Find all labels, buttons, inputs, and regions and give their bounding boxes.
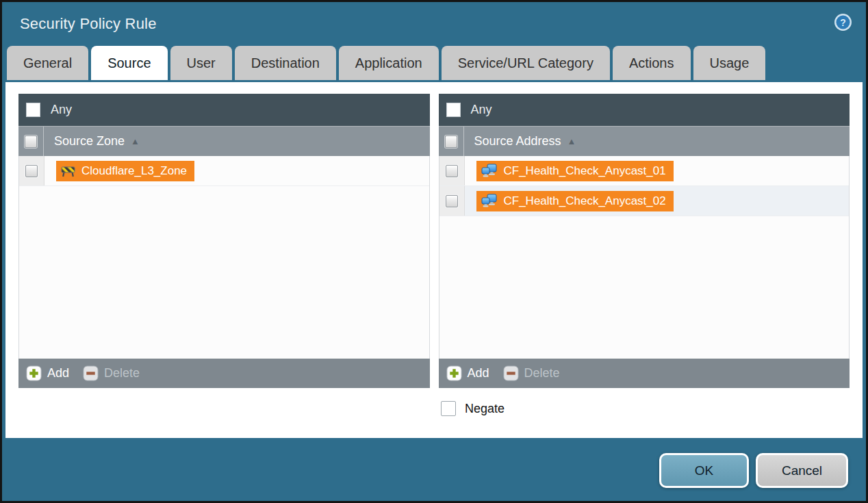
- add-button[interactable]: Add: [26, 365, 69, 381]
- zone-icon: [61, 164, 75, 177]
- row-checkbox-cell: [439, 186, 465, 216]
- any-label: Any: [51, 103, 72, 117]
- address-chip[interactable]: CF_Health_Check_Anycast_01: [476, 161, 674, 181]
- help-icon[interactable]: ?: [834, 13, 852, 31]
- column-header[interactable]: Source Address ▲: [439, 126, 850, 156]
- row-label: CF_Health_Check_Anycast_02: [504, 194, 666, 208]
- tab-destination[interactable]: Destination: [235, 46, 336, 80]
- add-label: Add: [468, 366, 489, 381]
- zone-chip[interactable]: Cloudflare_L3_Zone: [56, 161, 194, 181]
- address-icon: [481, 164, 498, 178]
- any-header: Any: [439, 94, 850, 126]
- panels-container: Any Source Zone ▲ Cloudflare_L3_Zone: [18, 94, 850, 388]
- address-chip[interactable]: CF_Health_Check_Anycast_02: [476, 191, 674, 211]
- tab-application[interactable]: Application: [339, 46, 439, 80]
- minus-icon: [503, 365, 519, 381]
- any-label: Any: [471, 103, 492, 117]
- sort-ascending-icon: ▲: [131, 136, 140, 146]
- delete-label: Delete: [524, 366, 560, 381]
- minus-icon: [83, 365, 99, 381]
- add-button[interactable]: Add: [446, 365, 489, 381]
- negate-label: Negate: [465, 402, 505, 416]
- row-checkbox-cell: [439, 156, 465, 185]
- cancel-button[interactable]: Cancel: [756, 453, 848, 488]
- column-header[interactable]: Source Zone ▲: [18, 126, 430, 156]
- plus-icon: [26, 365, 42, 381]
- select-all-checkbox[interactable]: [445, 136, 457, 148]
- panel-toolbar: Add Delete: [439, 359, 850, 388]
- add-label: Add: [47, 366, 69, 381]
- any-header: Any: [18, 94, 430, 126]
- column-header-label: Source Address: [474, 134, 561, 149]
- tab-user[interactable]: User: [170, 46, 232, 80]
- delete-label: Delete: [104, 366, 140, 381]
- select-all-checkbox[interactable]: [25, 136, 37, 148]
- source-address-panel: Any Source Address ▲ CF_Health_Check_Any…: [439, 94, 850, 388]
- security-policy-rule-dialog: Security Policy Rule ? GeneralSourceUser…: [0, 0, 868, 503]
- row-checkbox[interactable]: [446, 195, 458, 207]
- dialog-titlebar: Security Policy Rule ?: [2, 2, 866, 46]
- row-label: Cloudflare_L3_Zone: [81, 164, 187, 178]
- column-header-label: Source Zone: [54, 134, 125, 149]
- negate-row: Negate: [441, 401, 863, 416]
- plus-icon: [446, 365, 462, 381]
- any-checkbox[interactable]: [26, 103, 40, 117]
- source-tab-content: Any Source Zone ▲ Cloudflare_L3_Zone: [5, 82, 863, 438]
- any-checkbox[interactable]: [446, 103, 461, 117]
- row-label: CF_Health_Check_Anycast_01: [504, 164, 666, 178]
- dialog-title: Security Policy Rule: [20, 15, 157, 33]
- row-list: Cloudflare_L3_Zone: [18, 156, 430, 359]
- row-checkbox-cell: [19, 156, 44, 185]
- tab-actions[interactable]: Actions: [613, 46, 691, 80]
- tab-service-url-category[interactable]: Service/URL Category: [442, 46, 610, 80]
- tab-general[interactable]: General: [7, 46, 88, 80]
- svg-text:?: ?: [840, 16, 846, 27]
- row-list: CF_Health_Check_Anycast_01 CF_Health_Che…: [439, 156, 850, 359]
- sort-ascending-icon: ▲: [567, 136, 576, 146]
- select-all-cell: [18, 127, 44, 156]
- source-zone-panel: Any Source Zone ▲ Cloudflare_L3_Zone: [18, 94, 430, 388]
- tab-usage[interactable]: Usage: [693, 46, 766, 80]
- negate-checkbox[interactable]: [441, 401, 456, 416]
- tab-source[interactable]: Source: [91, 46, 167, 80]
- panel-toolbar: Add Delete: [18, 359, 430, 388]
- delete-button[interactable]: Delete: [83, 365, 140, 381]
- table-row[interactable]: CF_Health_Check_Anycast_02: [439, 186, 850, 216]
- select-all-cell: [439, 127, 464, 156]
- table-row[interactable]: CF_Health_Check_Anycast_01: [439, 156, 850, 186]
- table-row[interactable]: Cloudflare_L3_Zone: [19, 156, 429, 186]
- delete-button[interactable]: Delete: [503, 365, 560, 381]
- address-icon: [481, 194, 498, 208]
- ok-button[interactable]: OK: [659, 453, 749, 488]
- tab-bar: GeneralSourceUserDestinationApplicationS…: [2, 46, 866, 80]
- row-checkbox[interactable]: [25, 165, 38, 177]
- row-checkbox[interactable]: [446, 165, 458, 177]
